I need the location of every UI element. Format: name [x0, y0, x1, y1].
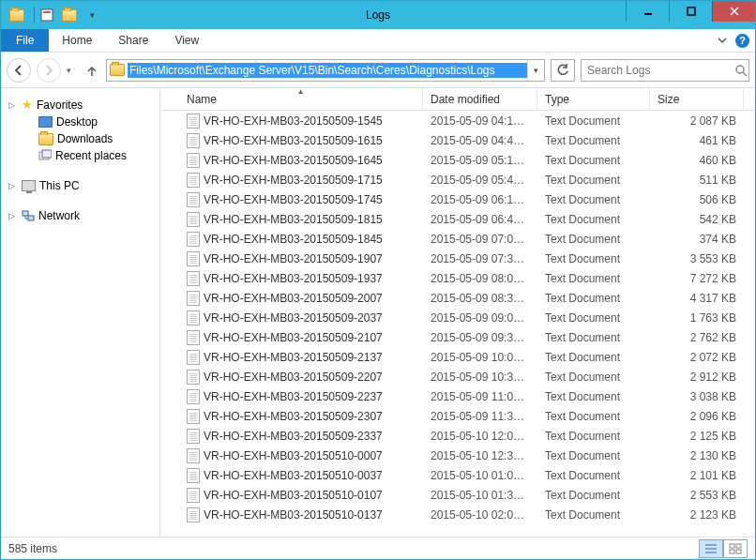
file-name: VR-HO-EXH-MB03-20150509-2337	[204, 430, 383, 443]
nav-downloads[interactable]: Downloads	[1, 130, 159, 147]
file-row[interactable]: VR-HO-EXH-MB03-20150509-20072015-05-09 0…	[160, 288, 755, 308]
favorites-label: Favorites	[37, 98, 83, 112]
file-row[interactable]: VR-HO-EXH-MB03-20150509-23372015-05-10 1…	[160, 426, 755, 446]
nav-recent-places[interactable]: Recent places	[1, 147, 159, 164]
column-date[interactable]: Date modified	[423, 88, 537, 110]
file-row[interactable]: VR-HO-EXH-MB03-20150509-18152015-05-09 0…	[160, 209, 755, 229]
this-pc-group[interactable]: ▷This PC	[1, 177, 159, 194]
column-size[interactable]: Size	[650, 88, 744, 110]
maximize-button[interactable]	[669, 1, 712, 22]
back-button[interactable]	[7, 58, 31, 83]
file-row[interactable]: VR-HO-EXH-MB03-20150510-01072015-05-10 0…	[160, 485, 755, 505]
file-row[interactable]: VR-HO-EXH-MB03-20150509-17452015-05-09 0…	[160, 189, 755, 209]
file-row[interactable]: VR-HO-EXH-MB03-20150509-22372015-05-09 1…	[160, 386, 755, 406]
search-input[interactable]	[582, 64, 733, 77]
file-date-cell: 2015-05-09 06:45 ...	[423, 213, 537, 226]
file-name: VR-HO-EXH-MB03-20150509-2307	[204, 410, 383, 423]
file-row[interactable]: VR-HO-EXH-MB03-20150510-00072015-05-10 1…	[160, 446, 755, 465]
file-row[interactable]: VR-HO-EXH-MB03-20150509-16452015-05-09 0…	[160, 150, 755, 170]
file-type-cell: Text Document	[537, 114, 650, 128]
file-row[interactable]: VR-HO-EXH-MB03-20150509-17152015-05-09 0…	[160, 170, 755, 189]
close-button[interactable]	[712, 1, 755, 22]
file-row[interactable]: VR-HO-EXH-MB03-20150509-23072015-05-09 1…	[160, 406, 755, 426]
file-type-cell: Text Document	[537, 489, 650, 502]
file-name-cell: VR-HO-EXH-MB03-20150509-1815	[179, 212, 423, 227]
file-type-cell: Text Document	[537, 213, 650, 226]
share-tab[interactable]: Share	[105, 29, 161, 52]
file-rows[interactable]: VR-HO-EXH-MB03-20150509-15452015-05-09 0…	[160, 111, 755, 537]
search-box[interactable]	[581, 59, 749, 82]
file-type-cell: Text Document	[537, 331, 650, 344]
history-dropdown[interactable]: ▾	[67, 66, 78, 75]
new-folder-icon[interactable]	[59, 5, 80, 25]
home-tab[interactable]: Home	[49, 29, 105, 52]
svg-rect-3	[688, 8, 695, 15]
address-bar[interactable]: Files\Microsoft\Exchange Server\V15\Bin\…	[106, 59, 545, 82]
file-name: VR-HO-EXH-MB03-20150509-1715	[204, 174, 383, 187]
recent-icon	[38, 149, 52, 162]
file-row[interactable]: VR-HO-EXH-MB03-20150509-20372015-05-09 0…	[160, 308, 755, 327]
file-type-cell: Text Document	[537, 469, 650, 482]
text-file-icon	[187, 291, 200, 306]
nav-downloads-label: Downloads	[57, 132, 113, 145]
address-text[interactable]: Files\Microsoft\Exchange Server\V15\Bin\…	[128, 63, 527, 78]
file-date-cell: 2015-05-10 01:07 ...	[423, 469, 537, 482]
file-size-cell: 374 KB	[650, 233, 744, 246]
file-date-cell: 2015-05-09 10:07 ...	[423, 351, 537, 364]
properties-icon[interactable]	[37, 5, 57, 25]
search-icon[interactable]	[733, 64, 748, 77]
view-tab[interactable]: View	[161, 29, 212, 52]
refresh-button[interactable]	[551, 59, 575, 82]
file-row[interactable]: VR-HO-EXH-MB03-20150510-00372015-05-10 0…	[160, 465, 755, 485]
up-button[interactable]	[83, 60, 100, 81]
file-row[interactable]: VR-HO-EXH-MB03-20150509-22072015-05-09 1…	[160, 367, 755, 386]
svg-rect-18	[730, 544, 734, 548]
svg-rect-19	[736, 544, 741, 548]
file-size-cell: 1 763 KB	[650, 311, 744, 325]
file-row[interactable]: VR-HO-EXH-MB03-20150509-15452015-05-09 0…	[160, 111, 755, 130]
file-date-cell: 2015-05-09 11:07 ...	[423, 390, 537, 403]
thumbnails-view-button[interactable]	[723, 539, 748, 558]
file-size-cell: 542 KB	[650, 213, 744, 226]
column-name-label: Name	[187, 93, 217, 106]
file-size-cell: 2 123 KB	[650, 508, 744, 522]
file-row[interactable]: VR-HO-EXH-MB03-20150510-01372015-05-10 0…	[160, 505, 755, 524]
file-row[interactable]: VR-HO-EXH-MB03-20150509-19372015-05-09 0…	[160, 268, 755, 288]
file-date-cell: 2015-05-09 09:37 ...	[423, 331, 537, 344]
file-size-cell: 2 087 KB	[650, 114, 744, 128]
expand-ribbon-icon[interactable]	[715, 33, 730, 48]
file-name-cell: VR-HO-EXH-MB03-20150510-0037	[179, 468, 423, 483]
nav-desktop[interactable]: Desktop	[1, 114, 159, 130]
file-size-cell: 2 130 KB	[650, 449, 744, 462]
text-file-icon	[187, 271, 200, 286]
file-size-cell: 3 038 KB	[650, 390, 744, 403]
file-row[interactable]: VR-HO-EXH-MB03-20150509-21372015-05-09 1…	[160, 347, 755, 367]
file-tab[interactable]: File	[1, 29, 49, 52]
help-icon[interactable]: ?	[735, 34, 749, 48]
text-file-icon	[187, 153, 200, 168]
file-row[interactable]: VR-HO-EXH-MB03-20150509-19072015-05-09 0…	[160, 249, 755, 268]
column-name[interactable]: ▲Name	[179, 88, 423, 110]
minimize-button[interactable]	[626, 1, 669, 22]
file-date-cell: 2015-05-09 10:37 ...	[423, 371, 537, 384]
file-date-cell: 2015-05-09 07:06 ...	[423, 233, 537, 246]
file-row[interactable]: VR-HO-EXH-MB03-20150509-21072015-05-09 0…	[160, 327, 755, 347]
details-view-button[interactable]	[699, 539, 723, 558]
qat-customize-dropdown[interactable]: ▾	[82, 5, 102, 25]
address-history-dropdown[interactable]: ▾	[527, 60, 544, 81]
forward-button[interactable]	[37, 58, 61, 83]
text-file-icon	[187, 133, 200, 148]
file-date-cell: 2015-05-09 11:37 ...	[423, 410, 537, 423]
this-pc-label: This PC	[39, 179, 80, 192]
favorites-group[interactable]: ▷★Favorites	[1, 96, 159, 114]
file-row[interactable]: VR-HO-EXH-MB03-20150509-16152015-05-09 0…	[160, 130, 755, 150]
file-type-cell: Text Document	[537, 193, 650, 206]
file-row[interactable]: VR-HO-EXH-MB03-20150509-18452015-05-09 0…	[160, 229, 755, 249]
column-type[interactable]: Type	[537, 88, 650, 110]
star-icon: ★	[22, 98, 33, 112]
text-file-icon	[187, 212, 200, 227]
file-name-cell: VR-HO-EXH-MB03-20150509-2137	[179, 350, 423, 365]
svg-rect-0	[41, 9, 53, 21]
text-file-icon	[187, 330, 200, 345]
network-group[interactable]: ▷Network	[1, 207, 159, 224]
